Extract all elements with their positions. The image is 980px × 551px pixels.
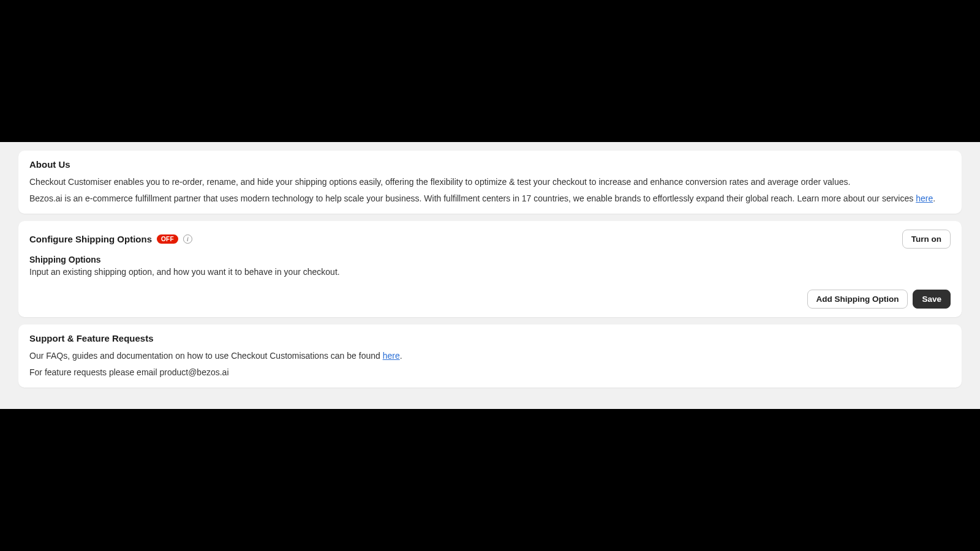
config-header: Configure Shipping Options OFF i Turn on <box>29 230 951 249</box>
about-us-p2-suffix: . <box>933 193 935 203</box>
about-us-title: About Us <box>29 159 951 170</box>
support-docs-link[interactable]: here <box>383 351 400 361</box>
support-paragraph-1: Our FAQs, guides and documentation on ho… <box>29 350 951 362</box>
support-card: Support & Feature Requests Our FAQs, gui… <box>18 324 962 388</box>
support-title: Support & Feature Requests <box>29 333 951 343</box>
about-us-p2-prefix: Bezos.ai is an e-commerce fulfillment pa… <box>29 193 916 203</box>
support-paragraph-2: For feature requests please email produc… <box>29 366 951 379</box>
about-us-paragraph-2: Bezos.ai is an e-commerce fulfillment pa… <box>29 192 951 205</box>
shipping-options-description: Input an existing shipping option, and h… <box>29 266 951 279</box>
about-us-paragraph-1: Checkout Customiser enables you to re-or… <box>29 176 951 189</box>
status-badge-off: OFF <box>157 234 178 244</box>
about-us-learn-more-link[interactable]: here <box>916 193 933 203</box>
shipping-options-subheading: Shipping Options <box>29 255 951 264</box>
info-icon[interactable]: i <box>183 234 192 244</box>
config-title: Configure Shipping Options <box>29 234 152 244</box>
app-viewport: About Us Checkout Customiser enables you… <box>0 142 980 409</box>
config-actions: Add Shipping Option Save <box>29 290 951 309</box>
about-us-card: About Us Checkout Customiser enables you… <box>18 151 962 214</box>
support-p1-prefix: Our FAQs, guides and documentation on ho… <box>29 351 383 361</box>
add-shipping-option-button[interactable]: Add Shipping Option <box>807 290 908 309</box>
save-button[interactable]: Save <box>913 290 951 309</box>
config-header-left: Configure Shipping Options OFF i <box>29 234 192 244</box>
configure-shipping-card: Configure Shipping Options OFF i Turn on… <box>18 221 962 317</box>
support-p1-suffix: . <box>400 351 402 361</box>
turn-on-button[interactable]: Turn on <box>902 230 951 249</box>
